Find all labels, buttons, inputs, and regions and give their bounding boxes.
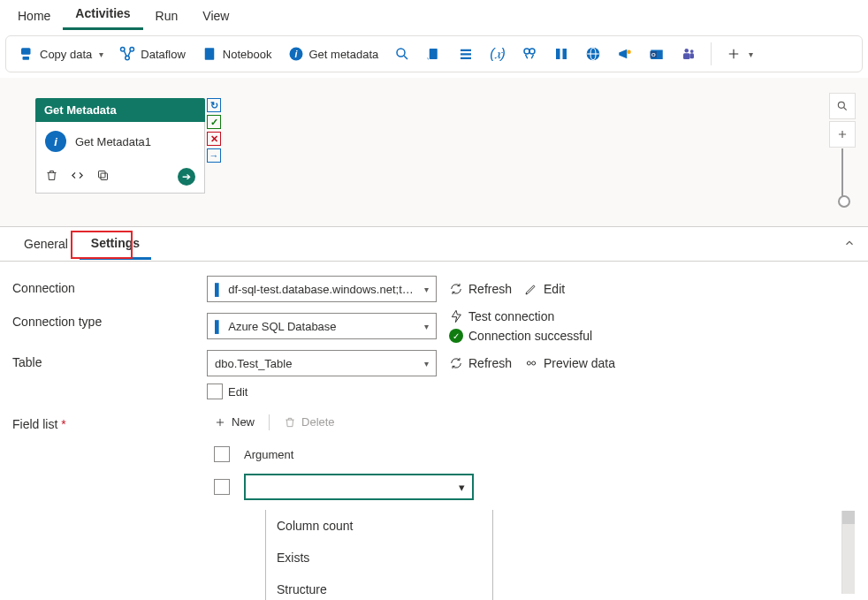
menu-run[interactable]: Run [143,4,191,30]
refresh-icon [449,356,463,370]
edit-connection-button[interactable]: Edit [524,282,565,296]
pipeline-canvas[interactable]: Get Metadata i Get Metadata1 ➔ ↻ ✓ ✕ → [0,78,868,226]
get-metadata-button[interactable]: i Get metadata [281,42,386,66]
preview-data-button[interactable]: Preview data [524,356,615,370]
refresh-table-button[interactable]: Refresh [449,356,512,370]
menu-home[interactable]: Home [5,4,63,30]
canvas-search-button[interactable] [829,93,856,119]
dropdown-option[interactable]: Column count [266,510,492,542]
dataflow-label: Dataflow [141,48,186,61]
info-icon: i [45,131,66,152]
script-icon [426,46,442,62]
menu-activities[interactable]: Activities [63,1,142,30]
connector-failure-icon[interactable]: ✕ [207,132,221,146]
get-metadata-label: Get metadata [309,48,379,61]
separator [269,414,270,430]
activity-node[interactable]: Get Metadata i Get Metadata1 ➔ [35,98,205,194]
tab-general[interactable]: General [12,230,80,258]
dropdown-option[interactable]: Exists [266,542,492,573]
tab-settings[interactable]: Settings [80,229,151,260]
test-connection-button[interactable]: Test connection [449,309,592,323]
menu-view[interactable]: View [190,4,241,30]
select-all-checkbox[interactable] [214,446,230,462]
svg-rect-26 [689,53,694,58]
announce-button[interactable] [610,42,640,66]
notebook-button[interactable]: Notebook [194,42,279,66]
copy-icon[interactable] [96,169,110,185]
check-icon: ✓ [449,329,463,343]
lookup-button[interactable] [514,42,544,66]
argument-dropdown[interactable]: ▾ [244,474,474,500]
svg-text:O: O [651,52,656,57]
search-button[interactable] [387,42,417,66]
svg-rect-12 [461,57,471,59]
web-button[interactable] [578,42,608,66]
delete-field-button[interactable]: Delete [277,412,342,432]
notebook-icon [202,46,217,62]
teams-button[interactable] [674,42,704,66]
svg-rect-10 [461,49,471,51]
notebook-label: Notebook [223,48,272,61]
svg-point-8 [397,49,405,57]
table-value: dbo.Test_Table [215,357,419,370]
svg-rect-11 [461,53,471,55]
row-checkbox[interactable] [214,479,230,495]
table-label: Table [12,350,207,369]
scrollbar[interactable] [841,511,855,594]
connection-type-dropdown[interactable]: ▌ Azure SQL Database ▾ [207,313,437,339]
collapse-icon[interactable] [843,237,856,252]
argument-dropdown-panel: Column count Exists Structure Add dynami… [265,510,493,600]
refresh-connection-button[interactable]: Refresh [449,282,512,296]
edit-checkbox-label: Edit [228,385,247,399]
info-icon: i [288,46,304,62]
table-dropdown[interactable]: dbo.Test_Table ▾ [207,350,437,376]
node-connectors: ↻ ✓ ✕ → [207,98,221,163]
copy-data-button[interactable]: Copy data ▾ [11,42,110,66]
properties-tabs: General Settings [0,226,868,262]
list-button[interactable] [451,42,481,66]
search-icon [394,46,410,62]
delete-icon [284,416,296,429]
fieldlist-label: Field list * [12,412,207,431]
chevron-down-icon: ▾ [424,285,429,294]
copy-data-label: Copy data [40,48,92,61]
svg-rect-15 [556,49,560,59]
connection-label: Connection [12,276,207,295]
connector-skip-icon[interactable]: → [207,148,221,163]
add-button[interactable]: ▾ [719,42,760,66]
variable-icon: (𝑥) [490,46,506,62]
dataflow-button[interactable]: Dataflow [112,42,193,66]
dropdown-option[interactable]: Structure [266,573,492,600]
settings-form: Connection ▌ df-sql-test.database.window… [0,262,868,600]
svg-point-24 [690,49,694,53]
svg-point-30 [527,361,530,365]
preview-icon [524,356,538,370]
svg-point-13 [524,49,529,54]
svg-point-29 [838,102,844,108]
connection-status: ✓ Connection successful [449,329,592,343]
outlook-button[interactable]: O [642,42,672,66]
code-icon[interactable] [71,169,84,185]
svg-rect-16 [562,49,567,59]
outlook-icon: O [649,46,665,62]
variable-button[interactable]: (𝑥) [483,42,513,66]
svg-point-23 [684,49,689,53]
connection-type-label: Connection type [12,309,207,329]
edit-checkbox[interactable] [207,384,223,399]
script-button[interactable] [419,42,449,66]
svg-rect-9 [430,49,438,59]
connector-success-icon[interactable]: ✓ [207,115,221,129]
new-field-button[interactable]: New [207,412,262,432]
connector-refresh-icon[interactable]: ↻ [207,98,221,112]
delete-icon[interactable] [45,169,58,185]
chevron-down-icon: ▾ [424,359,429,368]
dataflow-icon [119,46,135,62]
zoom-slider[interactable] [841,148,843,203]
activity-node-name: Get Metadata1 [75,135,151,148]
append-button[interactable] [546,42,576,66]
connection-dropdown[interactable]: ▌ df-sql-test.database.windows.net;tes..… [207,276,437,302]
chevron-down-icon: ▾ [459,481,465,494]
run-icon[interactable]: ➔ [178,168,195,186]
argument-header: Argument [244,448,293,461]
canvas-zoom-in-button[interactable] [829,121,856,148]
